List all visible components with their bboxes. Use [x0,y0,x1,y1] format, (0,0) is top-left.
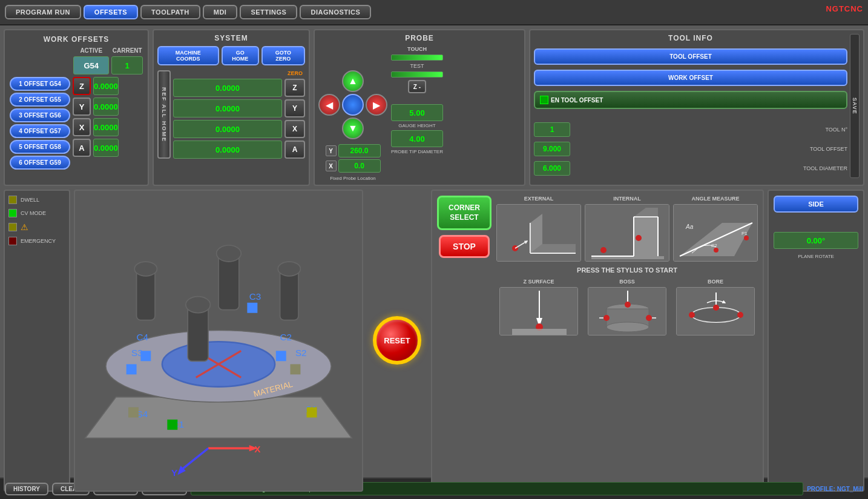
bore-diagram[interactable] [676,287,755,335]
probe-y-val[interactable]: 260.0 [338,144,381,157]
current-value[interactable]: 1 [111,56,143,74]
nav-toolpath[interactable]: TOOLPATH [140,5,200,19]
tool-no-val[interactable]: 1 [534,122,570,137]
probe-tip-label: PROBE TIP DIAMETER [391,149,443,154]
x-axis-row: X 0.0000 [73,118,119,136]
nav-mdi[interactable]: MDI [203,5,238,19]
external-diagram[interactable] [496,204,581,262]
fixed-probe-label: Fixed Probe Location [326,176,381,181]
offset-g58-btn[interactable]: 5 OFFSET G58 [10,140,70,154]
ref-all-home-btn[interactable]: REF ALL HOME [157,70,171,159]
a-offset-val[interactable]: 0.0000 [93,139,119,157]
y-axis-row: Y 0.0000 [73,97,119,116]
machine-coords-btn[interactable]: MACHINE COORDS [157,46,219,65]
probe-ops-panel: CORNERSELECT STOP EXTERNAL [431,190,764,492]
sys-z-val[interactable]: 0.0000 [173,79,282,97]
test-label: TEST [391,63,443,69]
z-axis-row: Z 0.0000 [73,77,119,95]
emergency-row: EMERGENCY [8,237,65,245]
probe-y-label: Y [326,145,337,156]
z-minus-btn[interactable]: Z - [408,80,426,93]
gauge-height-val[interactable]: 5.00 [391,104,443,121]
z-offset-val[interactable]: 0.0000 [93,77,119,95]
probe-pad[interactable]: ▲ ◀ ▶ ▼ [318,70,387,139]
external-label: EXTERNAL [524,196,554,202]
y-axis-btn[interactable]: Y [73,97,91,116]
probe-tip-val[interactable]: 4.00 [391,130,443,147]
angle-probe: ANGLE MEASURE P1 [673,196,758,262]
nav-settings[interactable]: SETTINGS [240,5,297,19]
logo-text: NGT [826,4,844,13]
z-surface-diagram[interactable] [499,287,578,335]
corner-stop-col: CORNERSELECT STOP [437,196,492,258]
x-axis-btn[interactable]: X [73,118,91,136]
svg-rect-23 [140,351,151,361]
active-value[interactable]: G54 [73,56,109,74]
tool-offset-btn[interactable]: TOOL OFFSET [534,48,847,65]
tool-diameter-label: TOOL DIAMETER [573,165,847,171]
offset-g57-btn[interactable]: 4 OFFSET G57 [10,124,70,138]
side-btn[interactable]: SIDE [774,196,858,213]
tool-info-panel: TOOL INFO TOOL OFFSET WORK OFFSET EN TOO… [529,29,864,186]
y-offset-val[interactable]: 0.0000 [93,97,119,116]
svg-text:C4: C4 [137,332,149,342]
top-navigation: PROGRAM RUN OFFSETS TOOLPATH MDI SETTING… [0,0,868,25]
sys-y-btn[interactable]: Y [284,99,305,117]
nav-offsets[interactable]: OFFSETS [84,5,138,19]
plane-rotate-val[interactable]: 0.00° [774,232,858,249]
tool-controls: TOOL INFO TOOL OFFSET WORK OFFSET EN TOO… [534,34,847,178]
probe-position: Y 260.0 X 0.0 Fixed Probe Location [326,144,381,181]
save-btn[interactable]: SAVE [850,34,860,178]
tool-panel-inner: TOOL INFO TOOL OFFSET WORK OFFSET EN TOO… [534,34,860,178]
probe-y-minus-btn[interactable]: ▼ [342,117,364,139]
nav-program-run[interactable]: PROGRAM RUN [5,5,81,19]
angle-diagram[interactable]: P1 P2 Aa [673,204,758,262]
probe-x-minus-btn[interactable]: ◀ [318,94,340,116]
a-axis-btn[interactable]: A [73,139,91,157]
offset-g55-btn[interactable]: 2 OFFSET G55 [10,93,70,107]
a-axis-row: A 0.0000 [73,139,119,157]
probe-panel: PROBE ▲ ◀ ▶ ▼ [314,29,525,186]
probe-x-plus-btn[interactable]: ▶ [366,94,387,116]
zero-label: ZERO [288,70,303,76]
probe-x-label: X [326,160,337,171]
goto-zero-btn[interactable]: GOTO ZERO [261,46,305,65]
offset-g54-btn[interactable]: 1 OFFSET G54 [10,77,70,91]
probe-x-val[interactable]: 0.0 [338,159,381,173]
press-stylus-text: PRESS THE STYLUS TO START [496,266,758,274]
offset-g56-btn[interactable]: 3 OFFSET G56 [10,108,70,122]
internal-diagram[interactable] [585,204,669,262]
corner-select-btn[interactable]: CORNERSELECT [437,196,492,230]
touch-label: TOUCH [391,46,443,52]
sys-x-val[interactable]: 0.0000 [173,120,282,138]
en-tool-label: EN TOOL OFFSET [551,97,603,104]
z-axis-btn[interactable]: Z [73,77,91,95]
current-label: CARRENT [111,47,143,54]
x-offset-val[interactable]: 0.0000 [93,118,119,136]
sys-a-btn[interactable]: A [284,140,305,159]
tool-offset-val[interactable]: 9.000 [534,142,570,156]
offset-g59-btn[interactable]: 6 OFFSET G59 [10,156,70,170]
svg-point-21 [186,297,211,313]
sys-y-val[interactable]: 0.0000 [173,99,282,117]
go-home-btn[interactable]: GO HOME [222,46,259,65]
boss-diagram[interactable] [588,287,666,335]
profile-value: NGT_Mill [837,486,863,492]
svg-point-71 [625,302,631,308]
history-btn[interactable]: HISTORY [5,483,48,495]
sys-x-btn[interactable]: X [284,120,305,138]
tool-diameter-val[interactable]: 6.000 [534,161,570,176]
sys-z-btn[interactable]: Z [284,79,305,97]
stop-btn[interactable]: STOP [439,235,490,258]
probe-y-plus-btn[interactable]: ▲ [342,70,364,92]
system-title: SYSTEM [157,34,305,42]
nav-diagnostics[interactable]: DIAGNOSTICS [300,5,371,19]
boss-label: BOSS [619,279,635,285]
tool-offset-row: 9.000 TOOL OFFSET [534,142,847,156]
reset-button[interactable]: RESET [373,316,421,365]
probe-title: PROBE [318,34,521,42]
en-tool-offset-btn[interactable]: EN TOOL OFFSET [534,91,847,109]
sys-a-val[interactable]: 0.0000 [173,140,282,159]
cv-mode-row: CV MODE [8,209,65,217]
work-offset-btn[interactable]: WORK OFFSET [534,70,847,86]
